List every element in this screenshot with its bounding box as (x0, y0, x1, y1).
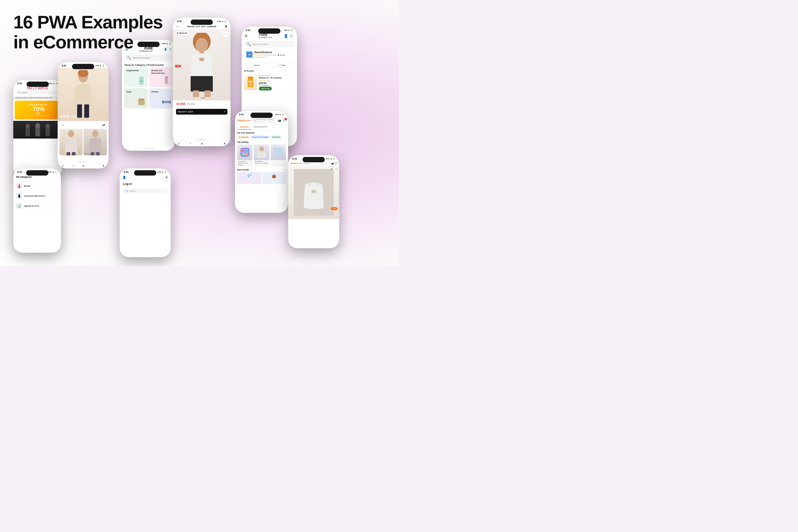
svg-rect-12 (72, 152, 76, 155)
product-extra[interactable] (271, 145, 286, 167)
alibaba-biz-section: For your business All categories Request… (235, 130, 288, 141)
cart-icon[interactable]: 🛒 (169, 48, 172, 51)
person-icon: 👤 (122, 175, 126, 179)
nav-person[interactable]: 👤 (102, 165, 104, 167)
scan-icon[interactable]: 📷 (331, 162, 334, 165)
svg-rect-8 (77, 104, 82, 118)
pure2-search-bar[interactable]: 🔍 (244, 41, 295, 48)
headline-line2: in eCommerce (13, 32, 163, 52)
nav-bag[interactable]: 👜 (201, 143, 203, 145)
back-icon[interactable]: ← (176, 25, 179, 28)
extra-image (271, 145, 286, 160)
category-fitness[interactable]: Fitness (149, 89, 173, 108)
tally-logo: TALLY WEIJL (16, 87, 59, 90)
nav-search[interactable]: 🔍 (189, 143, 191, 145)
ns-logo-icon: NS (246, 52, 252, 58)
ship-btn[interactable]: Ship Read... (271, 135, 282, 139)
back-arrow[interactable]: ← (61, 123, 65, 127)
new-arrival-1[interactable]: 💎 (237, 172, 261, 184)
share-icon[interactable]: ⬆ (225, 24, 227, 28)
request-quotation-btn[interactable]: Request for Quotation (251, 135, 270, 139)
nav-person[interactable]: 👤 (224, 143, 226, 145)
badge-icon: 💬 (335, 162, 337, 165)
phone-pureformulas-category: 9:41 ●●● ▲ 🔋 ☰ PURE FORMULAS 👤 🛒 🔍 Shop … (122, 40, 175, 151)
svg-rect-19 (165, 76, 168, 78)
category-electronics-item[interactable]: 📱 Consumer Electronics (13, 191, 61, 201)
search-icon: 🔍 (127, 56, 131, 60)
category-beauty-item[interactable]: 💄 Beauty (13, 181, 61, 191)
cart-icon[interactable]: 🛒 (289, 34, 294, 38)
svg-rect-34 (248, 81, 252, 82)
phone-notch (26, 81, 49, 87)
product-watches[interactable]: Most popular Electronic Smart Watches (237, 145, 252, 167)
share-icon[interactable]: ↗ (330, 168, 332, 171)
tally2-product-card-2[interactable]: Pink Faux Leather Basic... (83, 129, 107, 155)
new-arrival-2[interactable]: 👜 (262, 172, 286, 184)
tally-search[interactable]: 🔍 Search (16, 91, 59, 94)
tp-product-image: 👁 MATCH UP ♡ -30% (173, 30, 230, 100)
menu-icon[interactable]: ☰ (245, 34, 248, 38)
nav-heart[interactable]: ♡ (93, 165, 94, 167)
sort-by-button[interactable]: ↕ Sort by (244, 63, 268, 68)
all-categories-list: 💄 Beauty 📱 Consumer Electronics 👔 Appare… (13, 180, 61, 212)
pure-user-cart: 👤 🛒 (164, 48, 172, 51)
svg-point-35 (249, 83, 252, 86)
nav-home[interactable]: 🏠 (178, 143, 180, 145)
user-icon[interactable]: 👤 (164, 48, 167, 51)
beauty-icon (161, 75, 172, 86)
heart-icon: ♡ (224, 111, 226, 113)
nav-search[interactable]: 🔍 (72, 165, 74, 167)
filter-button[interactable]: ≡ Filter (270, 63, 295, 68)
add-to-cart-button[interactable]: Add to Cart (259, 87, 272, 91)
nav-heart[interactable]: ♡ (213, 143, 214, 145)
filter-icon[interactable]: ⇄ (102, 123, 105, 127)
svg-point-28 (199, 58, 204, 61)
scan-icon[interactable]: 📷 (278, 119, 281, 122)
pure-search[interactable]: 🔍 (124, 55, 173, 61)
ali2-product-image: ♡ ↗ Open (288, 166, 339, 219)
phone-tally-main: 9:41 ●●● ▲ 🔋 TALLY WEIJL 🔍 Search HOME D… (13, 80, 62, 177)
tab-manufacturers[interactable]: Manufacturers (251, 125, 270, 130)
phone-notch (26, 170, 48, 175)
product-name: Balance D - 60 Capsules (259, 77, 295, 79)
ns-stars: ★★★★★ (254, 54, 263, 56)
open-badge[interactable]: Open (331, 207, 337, 210)
all-categories-title: All categories (16, 175, 58, 178)
search-input[interactable] (133, 57, 170, 59)
tab-products[interactable]: Products (237, 125, 251, 130)
product-item-1[interactable]: NeuroScience ® Balance D - 60 Capsules ★… (242, 73, 297, 92)
search-input[interactable] (252, 43, 292, 45)
svg-rect-33 (248, 77, 253, 78)
product-price: $39.50 (259, 82, 295, 84)
alibaba-search[interactable]: 🔍 What are you looking f... (252, 117, 277, 123)
close-icon[interactable]: ✕ (165, 175, 168, 179)
category-food[interactable]: Food (124, 89, 148, 108)
user-icon[interactable]: 👤 (284, 34, 288, 38)
electronics-icon: 📱 (16, 193, 22, 199)
tally2-product-card-1[interactable] (59, 129, 83, 155)
svg-point-39 (246, 149, 248, 152)
chat-badge[interactable]: 💬2 (283, 119, 286, 122)
category-supplements[interactable]: Supplements (124, 67, 148, 87)
tp-product-title: BEIGE CUT OUT JUMPER (188, 25, 216, 28)
category-apparel-item[interactable]: 👔 Apparel & Acce... (13, 201, 61, 211)
arrow-icon: → (284, 141, 286, 143)
nav-bag[interactable]: 👜 (82, 165, 84, 167)
select-size-button[interactable]: SELECT SIZE ♡ (176, 109, 227, 115)
nav-home[interactable]: 🏠 (62, 165, 64, 167)
product-jacket[interactable]: Most popular Polyester Shell Jacket (254, 145, 269, 167)
fav-icon[interactable]: ♡ (223, 32, 228, 37)
alibaba-logo: Alibaba.com (237, 119, 250, 122)
svg-rect-3 (35, 128, 40, 136)
beauty-label: Beauty (24, 185, 31, 187)
phone-notch (258, 28, 280, 34)
login-search[interactable]: 🔍 Search (122, 189, 168, 193)
category-beauty[interactable]: Beauty and Personal Care (149, 67, 173, 87)
svg-point-4 (45, 124, 50, 129)
search-icon: 🔍 (126, 190, 128, 192)
apparel-icon: 👔 (16, 203, 22, 209)
all-categories-btn[interactable]: All categories (237, 135, 250, 139)
favorite-icon[interactable]: ♡ (335, 168, 337, 171)
jacket-image (254, 145, 269, 160)
match-up-badge[interactable]: 👁 MATCH UP (175, 32, 189, 35)
